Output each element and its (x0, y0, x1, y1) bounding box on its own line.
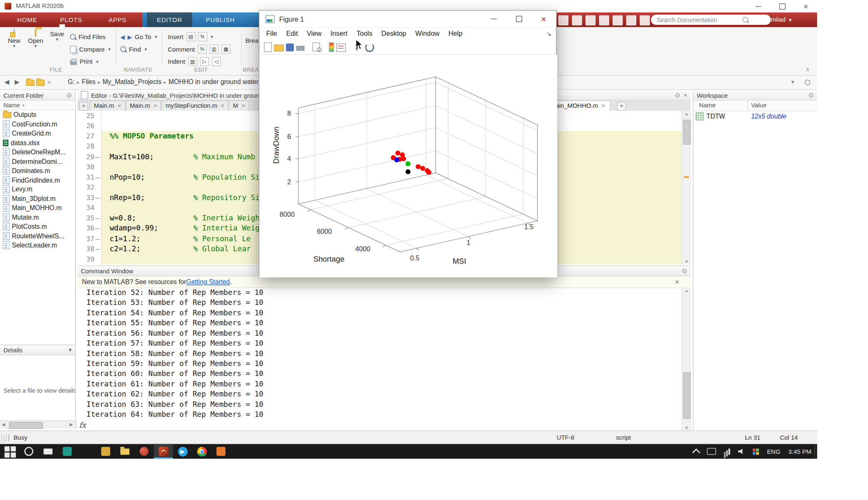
copy-icon[interactable] (585, 15, 595, 25)
menu-desktop[interactable]: Desktop (377, 30, 411, 37)
indent-button[interactable]: Indent▧▷◁ (168, 55, 230, 68)
taskbar-app[interactable] (134, 444, 154, 458)
editor-tab[interactable]: Main.m× (90, 101, 125, 111)
panel-actions-icon[interactable]: ⊙ (808, 92, 814, 99)
close-tab-icon[interactable]: × (221, 101, 225, 111)
file-item[interactable]: PlotCosts.m (0, 222, 75, 231)
file-item[interactable]: CostFunction.m (0, 119, 75, 129)
close-panel-icon[interactable]: × (684, 92, 687, 99)
file-item[interactable]: DetermineDomi... (0, 157, 75, 166)
workspace-variable-row[interactable]: TDTW 12x5 double (693, 111, 817, 121)
clock[interactable]: 3:45 PM (789, 448, 812, 455)
tab-apps[interactable]: APPS (99, 12, 136, 27)
details-header[interactable]: Details ▾ (0, 345, 75, 355)
file-item[interactable]: Main_MOHHO.m (0, 203, 75, 213)
save-icon[interactable] (558, 15, 568, 25)
taskbar-app[interactable] (38, 444, 57, 458)
figure-titlebar[interactable]: Figure 1 × (259, 11, 556, 28)
taskbar-app[interactable] (96, 444, 115, 458)
file-item[interactable]: FindGridIndex.m (0, 176, 75, 185)
notifications-bell-icon[interactable] (759, 16, 764, 21)
colorbar-icon[interactable] (329, 42, 334, 52)
scrollbar-thumb[interactable] (683, 120, 691, 145)
save-figure-icon[interactable] (286, 44, 294, 52)
user-menu[interactable]: milad▼ (771, 16, 792, 22)
maximize-button[interactable] (506, 11, 531, 27)
file-item[interactable]: SelectLeader.m (0, 241, 75, 250)
scrollbar-thumb[interactable] (683, 372, 691, 418)
browse-folder-icon[interactable] (36, 79, 45, 86)
new-editor-tab-icon[interactable]: + (617, 101, 626, 111)
name-column-header[interactable]: Name (699, 101, 716, 108)
print-icon[interactable] (296, 46, 305, 51)
scroll-down-icon[interactable]: ▼ (682, 426, 691, 430)
menu-tools[interactable]: Tools (352, 30, 377, 37)
up-folder-icon[interactable] (26, 79, 34, 86)
chevron-up-icon[interactable] (692, 448, 700, 456)
go-to-button[interactable]: ◀▶Go To▼ (120, 30, 158, 43)
search-folder-icon[interactable] (805, 79, 811, 85)
tab-home[interactable]: HOME (11, 12, 43, 27)
getting-started-link[interactable]: Getting Started (186, 279, 230, 285)
file-item[interactable]: Levy.m (0, 185, 75, 194)
search-documentation-input[interactable] (651, 15, 771, 25)
close-tab-icon[interactable]: × (241, 101, 245, 111)
print-preview-icon[interactable] (312, 42, 320, 52)
forward-icon[interactable]: ▶ (15, 79, 20, 86)
plus-icon[interactable]: + (79, 101, 88, 111)
file-item[interactable]: Main_3Dplot.m (0, 194, 75, 203)
value-column-header[interactable]: Value (751, 101, 766, 108)
breadcrumb-drive[interactable]: G: (68, 79, 74, 85)
find-button[interactable]: Find▼ (120, 43, 158, 55)
volume-icon[interactable] (738, 448, 745, 455)
tab-editor[interactable]: EDITOR (147, 12, 192, 27)
close-banner-icon[interactable]: × (675, 277, 686, 286)
file-item[interactable]: Mutate.m (0, 213, 75, 222)
close-tab-icon[interactable]: × (154, 101, 157, 111)
taskbar-app[interactable] (0, 444, 19, 458)
find-files-button[interactable]: Find Files (70, 30, 111, 43)
close-button[interactable]: × (531, 11, 556, 27)
taskbar-app[interactable] (58, 444, 77, 458)
scroll-up-icon[interactable]: ▲ (682, 289, 691, 293)
taskbar-app[interactable] (211, 444, 231, 458)
taskbar-app[interactable] (115, 444, 134, 458)
legend-icon[interactable] (336, 43, 346, 52)
menu-help[interactable]: Help (444, 30, 467, 37)
panel-actions-icon[interactable]: ⊙ (682, 267, 687, 275)
scroll-right-icon[interactable]: ▶ (69, 422, 73, 427)
horizontal-scrollbar[interactable]: ◀ ▶ (0, 420, 76, 428)
taskbar-app[interactable] (19, 444, 38, 458)
comment-button[interactable]: Comment%▥▦ (168, 43, 230, 55)
figure-canvas[interactable]: 2 4 6 8 8000 6000 4000 0.5 1 1.5 Shortag… (259, 55, 557, 277)
color-squares-icon[interactable] (753, 448, 756, 451)
maximize-button[interactable] (771, 0, 793, 12)
rotate-icon[interactable] (365, 43, 374, 52)
editor-vertical-scrollbar[interactable]: ▲ ▼ (682, 111, 691, 264)
menu-window[interactable]: Window (411, 30, 444, 37)
taskbar-app[interactable] (77, 444, 96, 458)
taskbar-app[interactable] (192, 444, 211, 458)
file-item[interactable]: DeleteOneRepM... (0, 147, 75, 156)
scroll-down-icon[interactable]: ▼ (682, 259, 691, 263)
scroll-up-icon[interactable]: ▲ (682, 112, 691, 116)
breadcrumb-item[interactable]: My_Matlab_Projects (102, 79, 161, 85)
taskbar-app[interactable] (154, 444, 173, 458)
taskbar-app[interactable] (173, 444, 192, 458)
paste-icon[interactable] (599, 15, 609, 25)
editor-tab[interactable]: myStepFunction.m× (161, 101, 228, 111)
breadcrumb-item[interactable]: Files (82, 79, 95, 85)
new-figure-icon[interactable] (264, 42, 272, 52)
scroll-left-icon[interactable]: ◀ (2, 422, 5, 427)
open-button[interactable]: Open▼ (26, 30, 45, 48)
insert-button[interactable]: Insert▤fx▼ (168, 30, 230, 43)
panel-actions-icon[interactable]: ⊙ (675, 92, 680, 99)
name-column-header[interactable]: Name▾ (0, 101, 75, 110)
help-icon[interactable] (640, 15, 650, 25)
close-tab-icon[interactable]: × (601, 101, 605, 111)
file-item[interactable]: RouletteWheelS... (0, 231, 75, 240)
collapse-ribbon-icon[interactable]: ∧ (806, 67, 810, 72)
close-button[interactable]: × (794, 0, 817, 12)
file-item[interactable]: Outputs (0, 110, 75, 119)
file-list[interactable]: OutputsCostFunction.mCreateGrid.mdatas.x… (0, 110, 75, 250)
